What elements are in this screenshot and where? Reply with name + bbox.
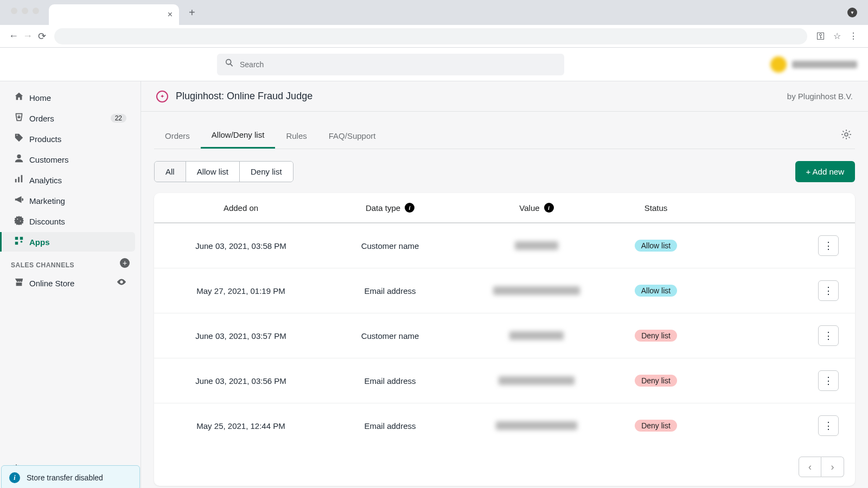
search-placeholder: Search [240,60,264,69]
channel-label: Online Store [29,279,117,288]
sales-channels-heading: SALES CHANNELS [0,253,85,273]
sidebar-item-apps[interactable]: Apps [0,232,135,252]
url-bar[interactable] [54,28,807,44]
app-settings-icon[interactable] [841,129,855,143]
svg-point-0 [17,154,21,158]
reload-button[interactable]: ⟳ [35,30,49,42]
app-topbar: Search [0,48,868,81]
table-header: Added on Data type i Value i Status [154,193,855,223]
window-controls [5,0,44,22]
sidebar-item-label: Products [29,134,126,144]
status-badge: Deny list [635,330,677,342]
tabs-dropdown-icon[interactable]: ▼ [847,8,857,17]
tab-allow-deny-list[interactable]: Allow/Deny list [201,123,276,149]
star-icon[interactable]: ☆ [829,31,845,41]
traffic-light-zoom[interactable] [33,8,39,14]
tab-orders[interactable]: Orders [154,124,201,148]
row-actions-button[interactable]: ⋮ [818,415,839,436]
sidebar-item-analytics[interactable]: Analytics [5,170,135,190]
cell-data-type: Customer name [317,235,463,256]
discount-icon [14,215,29,228]
tag-icon [14,133,29,145]
banner-text: Store transfer disabled [27,473,103,482]
cell-actions: ⋮ [801,235,844,256]
new-tab-button[interactable]: + [179,7,205,19]
cell-added-on: June 03, 2021, 03:58 PM [165,235,317,256]
cell-data-type: Email address [317,280,463,301]
eye-icon[interactable] [117,277,126,289]
table-row: June 03, 2021, 03:57 PMCustomer nameDeny… [154,313,855,358]
cell-status: Allow list [610,280,702,301]
cell-data-type: Email address [317,415,463,436]
analytics-icon [14,174,29,187]
status-badge: Allow list [635,285,677,297]
table-row: May 25, 2021, 12:44 PMEmail addressDeny … [154,403,855,448]
cell-added-on: May 25, 2021, 12:44 PM [165,415,317,436]
add-channel-button[interactable]: + [120,258,130,268]
browser-toolbar: ← → ⟳ ⚿ ☆ ⋮ [0,25,868,48]
info-banner: i Store transfer disabled [1,465,140,488]
forward-button[interactable]: → [21,30,35,42]
prev-page-button[interactable]: ‹ [799,457,821,477]
next-page-button[interactable]: › [821,457,844,477]
row-actions-button[interactable]: ⋮ [818,370,839,391]
tab-rules[interactable]: Rules [275,124,317,148]
close-tab-icon[interactable]: × [168,10,173,20]
sidebar-item-customers[interactable]: Customers [5,150,135,169]
orders-badge: 22 [111,114,126,123]
app-tabs: Orders Allow/Deny list Rules FAQ/Support [154,123,855,149]
avatar [770,56,787,73]
store-icon [14,277,29,290]
svg-point-7 [845,133,848,136]
page-header: ✦ Pluginhost: Online Fraud Judge by Plug… [141,81,868,112]
traffic-light-minimize[interactable] [22,8,28,14]
info-icon[interactable]: i [405,203,414,213]
add-new-button[interactable]: + Add new [795,161,855,182]
cell-status: Allow list [610,235,702,256]
column-actions [801,203,844,213]
filter-segmented-control: All Allow list Deny list [154,161,293,182]
browser-tab-active[interactable]: × [49,4,179,25]
status-badge: Allow list [635,240,677,252]
cell-data-type: Email address [317,370,463,391]
row-actions-button[interactable]: ⋮ [818,235,839,256]
filter-all[interactable]: All [155,162,186,182]
tab-faq-support[interactable]: FAQ/Support [318,124,387,148]
list-table: Added on Data type i Value i Status June… [154,193,855,486]
key-icon[interactable]: ⚿ [813,31,829,41]
cell-actions: ⋮ [801,370,844,391]
apps-icon [14,236,29,248]
cell-added-on: June 03, 2021, 03:57 PM [165,325,317,346]
account-menu[interactable] [770,56,857,73]
row-actions-button[interactable]: ⋮ [818,325,839,346]
cell-value [463,325,610,346]
sidebar-item-marketing[interactable]: Marketing [5,191,135,210]
sidebar-item-products[interactable]: Products [5,129,135,149]
search-input[interactable]: Search [217,54,564,75]
orders-icon [14,112,29,125]
filter-allow-list[interactable]: Allow list [186,162,240,182]
app-logo-icon: ✦ [156,91,168,102]
filter-deny-list[interactable]: Deny list [240,162,293,182]
row-actions-button[interactable]: ⋮ [818,280,839,301]
sidebar-item-orders[interactable]: Orders 22 [5,108,135,128]
sidebar-item-home[interactable]: Home [5,88,135,107]
person-icon [14,153,29,166]
traffic-light-close[interactable] [11,8,17,14]
table-row: May 27, 2021, 01:19 PMEmail addressAllow… [154,268,855,313]
menu-icon[interactable]: ⋮ [845,31,861,41]
search-icon [225,58,234,70]
filters-row: All Allow list Deny list + Add new [154,161,855,182]
sidebar-item-label: Customers [29,155,126,164]
sidebar-item-label: Apps [29,237,126,247]
cell-actions: ⋮ [801,280,844,301]
cell-value [463,280,610,301]
megaphone-icon [14,195,29,207]
cell-value [463,370,610,391]
sidebar-item-online-store[interactable]: Online Store [5,273,135,293]
info-icon[interactable]: i [544,203,554,213]
pagination: ‹ › [154,448,855,486]
sidebar-item-discounts[interactable]: Discounts [5,211,135,231]
back-button[interactable]: ← [7,30,21,42]
browser-tab-strip: × + ▼ [0,0,868,25]
